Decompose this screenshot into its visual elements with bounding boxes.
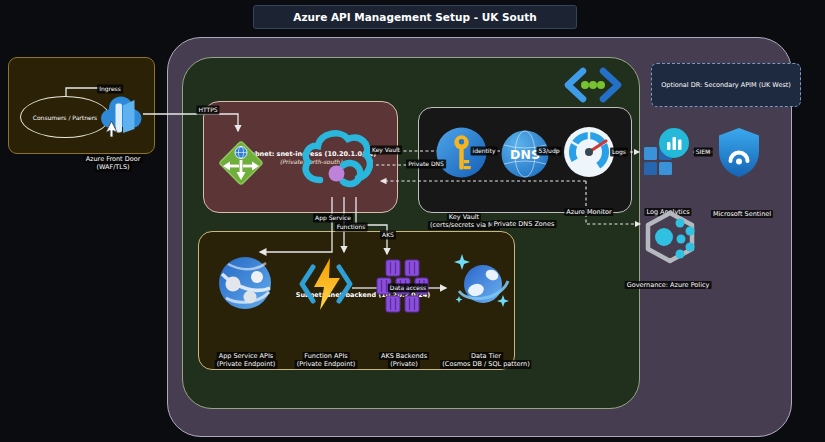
- app-service-icon: [216, 254, 274, 312]
- edge-label-key-vault: Key Vault: [370, 146, 402, 155]
- mouse-cursor-icon: [105, 121, 118, 138]
- edge-label-https: HTTPS: [196, 106, 219, 115]
- dns-caption: Private DNS Zones: [492, 220, 557, 228]
- policy-caption: Governance: Azure Policy: [625, 281, 712, 289]
- edge-label-app-service: App Service: [313, 214, 353, 223]
- app-service-caption: App Service APIs (Private Endpoint): [215, 352, 278, 369]
- edge-label-dns-port: 53/udp: [536, 147, 561, 156]
- edge-label-aks: AKS: [380, 231, 396, 240]
- edge-label-siem: SIEM: [694, 148, 713, 157]
- sentinel-caption: Microsoft Sentinel: [711, 210, 773, 218]
- edge-label-data-access: Data access: [388, 284, 428, 293]
- diagram-title-bar: Azure API Management Setup - UK South: [253, 5, 577, 29]
- azure-monitor-icon: [563, 126, 615, 178]
- dr-label: Optional DR: Secondary APIM (UK West): [661, 81, 791, 89]
- dns-glyph: DNS: [510, 147, 540, 162]
- monitor-caption: Azure Monitor: [564, 208, 613, 216]
- front-door-caption: Azure Front Door (WAF/TLS): [84, 155, 143, 172]
- apim-icon: [299, 126, 373, 196]
- azure-policy-icon: [644, 208, 696, 266]
- consumers-label: Consumers / Partners: [33, 114, 98, 121]
- edge-label-private-dns: Private DNS: [406, 160, 446, 169]
- edge-label-functions: Functions: [335, 223, 368, 232]
- vnet-icon: [562, 66, 624, 104]
- data-tier-caption: Data Tier (Cosmos DB / SQL pattern): [440, 352, 531, 369]
- functions-icon: [298, 256, 354, 312]
- diagram-title: Azure API Management Setup - UK South: [293, 11, 536, 23]
- architecture-diagram: Azure API Management Setup - UK South Op…: [0, 0, 825, 442]
- consumers-node: Consumers / Partners: [20, 96, 110, 138]
- dr-node: Optional DR: Secondary APIM (UK West): [651, 63, 801, 107]
- edge-label-identity: identity: [471, 147, 498, 156]
- cosmos-db-icon: [452, 254, 513, 313]
- aks-caption: AKS Backends (Private): [379, 352, 429, 369]
- edge-label-ingress: Ingress: [97, 85, 123, 94]
- sentinel-icon: [716, 126, 762, 179]
- app-gateway-icon: [217, 139, 265, 187]
- functions-caption: Function APIs (Private Endpoint): [295, 352, 358, 369]
- edge-label-logs: Logs: [610, 148, 628, 157]
- key-vault-caption: Key Vault (certs/secrets via MI): [428, 213, 500, 230]
- log-analytics-icon: [643, 126, 691, 176]
